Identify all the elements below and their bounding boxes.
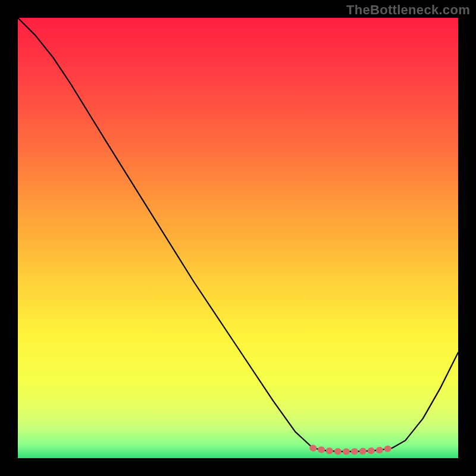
chart-background <box>18 18 458 458</box>
chart-svg <box>18 18 458 458</box>
bottleneck-chart <box>18 18 458 458</box>
watermark-text: TheBottleneck.com <box>346 2 470 18</box>
